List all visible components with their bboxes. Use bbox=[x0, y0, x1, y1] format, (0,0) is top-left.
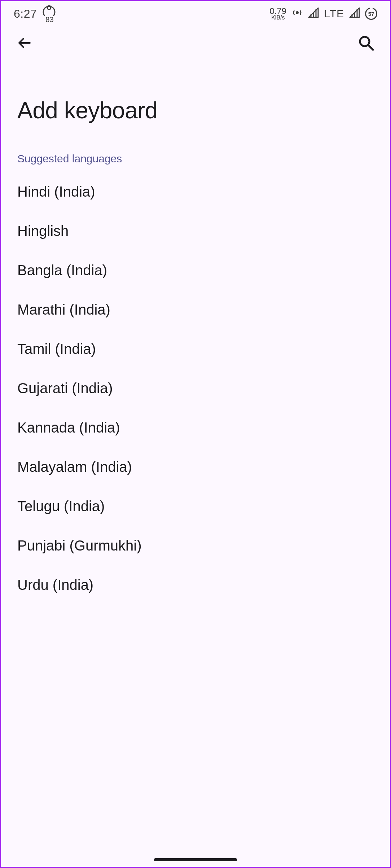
network-type: LTE bbox=[324, 8, 344, 20]
data-rate-value: 0.79 bbox=[269, 7, 286, 15]
list-item[interactable]: Bangla (India) bbox=[1, 251, 390, 290]
status-right: 0.79 KiB/s LTE 57 bbox=[269, 7, 377, 21]
signal-icon-2 bbox=[349, 7, 360, 21]
list-item[interactable]: Kannada (India) bbox=[1, 408, 390, 447]
list-item[interactable]: Urdu (India) bbox=[1, 565, 390, 605]
arrow-left-icon bbox=[17, 35, 33, 52]
svg-line-3 bbox=[368, 45, 373, 50]
app-bar bbox=[1, 26, 390, 61]
list-item[interactable]: Hindi (India) bbox=[1, 172, 390, 211]
search-button[interactable] bbox=[353, 31, 379, 57]
list-item[interactable]: Hinglish bbox=[1, 211, 390, 251]
status-bar: 6:27 83 0.79 KiB/s LTE bbox=[1, 1, 390, 26]
language-label: Bangla (India) bbox=[17, 262, 107, 278]
svg-rect-0 bbox=[48, 6, 50, 9]
language-label: Gujarati (India) bbox=[17, 380, 113, 396]
hotspot-icon bbox=[291, 7, 303, 21]
list-item[interactable]: Gujarati (India) bbox=[1, 369, 390, 408]
section-header-suggested: Suggested languages bbox=[1, 142, 390, 172]
back-button[interactable] bbox=[12, 31, 38, 57]
page-title: Add keyboard bbox=[1, 61, 390, 142]
language-label: Urdu (India) bbox=[17, 577, 93, 593]
data-rate: 0.79 KiB/s bbox=[269, 7, 286, 20]
lock-badge-number: 83 bbox=[45, 16, 53, 24]
list-item[interactable]: Punjabi (Gurmukhi) bbox=[1, 526, 390, 565]
lock-badge-icon: 83 bbox=[42, 6, 58, 21]
language-label: Tamil (India) bbox=[17, 341, 96, 357]
signal-icon-1 bbox=[308, 7, 319, 21]
svg-point-1 bbox=[296, 11, 299, 14]
list-item[interactable]: Telugu (India) bbox=[1, 487, 390, 526]
language-label: Hindi (India) bbox=[17, 184, 95, 200]
list-item[interactable]: Malayalam (India) bbox=[1, 447, 390, 487]
language-label: Punjabi (Gurmukhi) bbox=[17, 538, 142, 553]
language-label: Hinglish bbox=[17, 223, 69, 239]
battery-level: 57 bbox=[368, 11, 374, 17]
language-label: Malayalam (India) bbox=[17, 459, 132, 475]
navigation-handle[interactable] bbox=[154, 858, 237, 861]
list-item[interactable]: Marathi (India) bbox=[1, 290, 390, 329]
language-list: Hindi (India) Hinglish Bangla (India) Ma… bbox=[1, 172, 390, 605]
battery-icon: 57 bbox=[365, 8, 377, 20]
status-left: 6:27 83 bbox=[14, 6, 58, 21]
data-rate-unit: KiB/s bbox=[271, 15, 285, 20]
search-icon bbox=[358, 35, 374, 53]
language-label: Marathi (India) bbox=[17, 302, 110, 317]
language-label: Kannada (India) bbox=[17, 420, 120, 435]
status-time: 6:27 bbox=[14, 7, 37, 21]
list-item[interactable]: Tamil (India) bbox=[1, 329, 390, 369]
language-label: Telugu (India) bbox=[17, 498, 105, 514]
